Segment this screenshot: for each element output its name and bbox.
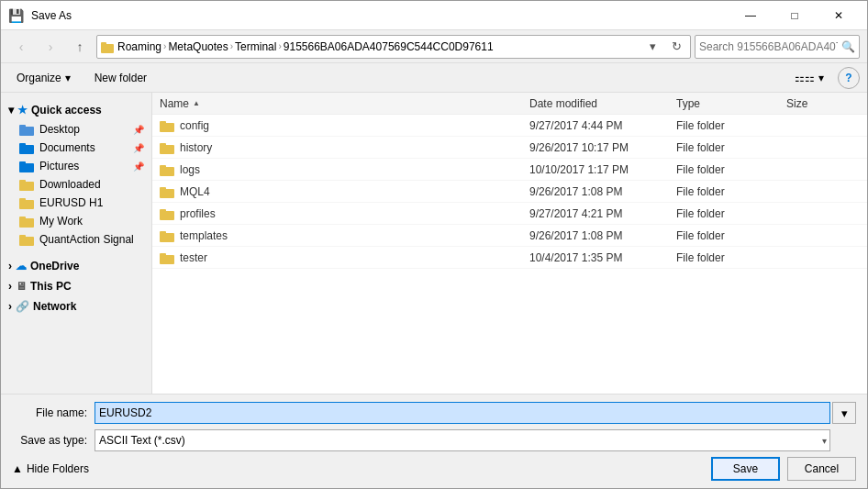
up-button[interactable]: ↑ bbox=[67, 35, 93, 59]
folder-icon bbox=[160, 163, 174, 176]
svg-rect-17 bbox=[160, 121, 166, 125]
desktop-folder-icon bbox=[19, 123, 34, 136]
title-bar-icon: 💾 bbox=[8, 8, 24, 23]
column-size[interactable]: Size bbox=[786, 97, 860, 110]
search-input[interactable] bbox=[699, 40, 838, 53]
mywork-folder-icon bbox=[19, 215, 34, 228]
pin-icon: 📌 bbox=[133, 125, 144, 135]
svg-rect-19 bbox=[160, 143, 166, 147]
buttons-row: ▲ Hide Folders Save Cancel bbox=[12, 457, 856, 481]
documents-folder-icon bbox=[19, 141, 34, 154]
sidebar-quick-access[interactable]: ▾ ★ Quick access bbox=[1, 100, 151, 120]
sidebar-item-quantaction[interactable]: QuantAction Signal bbox=[1, 230, 151, 249]
refresh-button[interactable]: ↻ bbox=[666, 37, 686, 57]
save-type-row: Save as type: ASCII Text (*.csv) ▾ bbox=[12, 429, 856, 451]
address-bar[interactable]: Roaming › MetaQuotes › Terminal › 915566… bbox=[96, 35, 691, 59]
table-row[interactable]: history 9/26/2017 10:17 PM File folder bbox=[152, 137, 867, 159]
sidebar-item-documents[interactable]: Documents 📌 bbox=[1, 139, 151, 157]
sidebar-item-downloaded[interactable]: Downloaded bbox=[1, 175, 151, 194]
column-type[interactable]: Type bbox=[676, 97, 786, 110]
column-date[interactable]: Date modified bbox=[529, 97, 676, 110]
title-bar-text: Save As bbox=[31, 9, 72, 22]
file-name-input[interactable] bbox=[95, 402, 830, 424]
new-folder-button[interactable]: New folder bbox=[86, 67, 155, 89]
pc-icon: 🖥 bbox=[16, 280, 27, 293]
organize-button[interactable]: Organize ▾ bbox=[8, 67, 79, 89]
sidebar-this-pc[interactable]: › 🖥 This PC bbox=[1, 276, 151, 296]
svg-rect-23 bbox=[160, 187, 166, 191]
network-icon: 🔗 bbox=[16, 300, 29, 313]
address-part-terminal: Terminal bbox=[235, 40, 276, 53]
table-row[interactable]: config 9/27/2017 4:44 PM File folder bbox=[152, 115, 867, 137]
save-type-label: Save as type: bbox=[12, 434, 95, 447]
svg-rect-1 bbox=[101, 42, 106, 46]
downloaded-folder-icon bbox=[19, 178, 34, 191]
view-button[interactable]: ⚏⚏ ▾ bbox=[788, 67, 830, 89]
sidebar-item-mywork[interactable]: My Work bbox=[1, 212, 151, 230]
file-name-dropdown-button[interactable]: ▾ bbox=[832, 402, 856, 424]
folder-icon bbox=[160, 119, 174, 132]
save-button[interactable]: Save bbox=[711, 457, 780, 481]
table-row[interactable]: MQL4 9/26/2017 1:08 PM File folder bbox=[152, 181, 867, 203]
secondary-toolbar: Organize ▾ New folder ⚏⚏ ▾ ? bbox=[1, 63, 867, 93]
chevron-right-icon: › bbox=[8, 300, 12, 313]
file-list-header: Name ▲ Date modified Type Size bbox=[152, 93, 867, 115]
address-dropdown-button[interactable]: ▾ bbox=[642, 37, 662, 57]
save-type-select[interactable]: ASCII Text (*.csv) bbox=[95, 429, 830, 451]
sidebar-onedrive[interactable]: › ☁ OneDrive bbox=[1, 256, 151, 276]
address-part-roaming: Roaming bbox=[117, 40, 161, 53]
chevron-up-icon: ▲ bbox=[12, 462, 23, 475]
column-name[interactable]: Name ▲ bbox=[160, 97, 529, 110]
address-toolbar: ‹ › ↑ Roaming › MetaQuotes › Terminal › … bbox=[1, 30, 867, 63]
svg-rect-3 bbox=[19, 125, 26, 128]
save-type-select-wrapper: ASCII Text (*.csv) ▾ bbox=[95, 429, 830, 451]
eurusd-folder-icon bbox=[19, 196, 34, 209]
svg-rect-29 bbox=[160, 253, 166, 257]
svg-rect-5 bbox=[19, 143, 26, 147]
sidebar-network[interactable]: › 🔗 Network bbox=[1, 296, 151, 317]
sort-arrow-icon: ▲ bbox=[193, 99, 200, 107]
folder-icon bbox=[101, 40, 114, 53]
view-icon: ⚏⚏ bbox=[795, 72, 815, 84]
help-button[interactable]: ? bbox=[838, 67, 860, 89]
folder-icon bbox=[160, 229, 174, 242]
chevron-right-icon: › bbox=[8, 260, 12, 272]
sidebar: ▾ ★ Quick access Desktop 📌 Documents 📌 P… bbox=[1, 93, 152, 394]
cancel-button[interactable]: Cancel bbox=[787, 457, 856, 481]
quantaction-folder-icon bbox=[19, 233, 34, 246]
sidebar-item-desktop[interactable]: Desktop 📌 bbox=[1, 120, 151, 139]
bottom-bar: File name: ▾ Save as type: ASCII Text (*… bbox=[1, 394, 867, 488]
folder-icon bbox=[160, 251, 174, 264]
back-button[interactable]: ‹ bbox=[8, 35, 34, 59]
folder-icon bbox=[160, 185, 174, 198]
svg-rect-21 bbox=[160, 165, 166, 169]
title-bar: 💾 Save As — □ ✕ bbox=[1, 1, 867, 30]
minimize-button[interactable]: — bbox=[729, 1, 772, 30]
chevron-down-icon: ▾ bbox=[8, 104, 14, 117]
address-part-id: 915566BA06ADA407569C544CC0D97611 bbox=[284, 40, 494, 53]
pin-icon: 📌 bbox=[133, 143, 144, 153]
svg-rect-7 bbox=[19, 161, 26, 165]
sidebar-item-eurusd[interactable]: EURUSD H1 bbox=[1, 194, 151, 212]
svg-rect-9 bbox=[19, 180, 26, 183]
svg-rect-11 bbox=[19, 198, 26, 202]
folder-icon bbox=[160, 141, 174, 154]
maximize-button[interactable]: □ bbox=[773, 1, 816, 30]
pin-icon: 📌 bbox=[133, 161, 144, 172]
table-row[interactable]: templates 9/26/2017 1:08 PM File folder bbox=[152, 225, 867, 247]
file-name-row: File name: ▾ bbox=[12, 402, 856, 424]
search-icon: 🔍 bbox=[841, 40, 855, 53]
table-row[interactable]: logs 10/10/2017 1:17 PM File folder bbox=[152, 159, 867, 181]
view-dropdown-icon: ▾ bbox=[818, 72, 824, 84]
file-list: Name ▲ Date modified Type Size config 9/… bbox=[152, 93, 867, 394]
forward-button[interactable]: › bbox=[38, 35, 63, 59]
sidebar-item-pictures[interactable]: Pictures 📌 bbox=[1, 157, 151, 175]
hide-folders-link[interactable]: ▲ Hide Folders bbox=[12, 462, 89, 475]
onedrive-icon: ☁ bbox=[16, 260, 27, 272]
chevron-right-icon: › bbox=[8, 280, 12, 293]
table-row[interactable]: profiles 9/27/2017 4:21 PM File folder bbox=[152, 203, 867, 225]
table-row[interactable]: tester 10/4/2017 1:35 PM File folder bbox=[152, 247, 867, 269]
close-button[interactable]: ✕ bbox=[818, 1, 860, 30]
search-box[interactable]: 🔍 bbox=[695, 35, 860, 59]
address-part-metaquotes: MetaQuotes bbox=[168, 40, 228, 53]
